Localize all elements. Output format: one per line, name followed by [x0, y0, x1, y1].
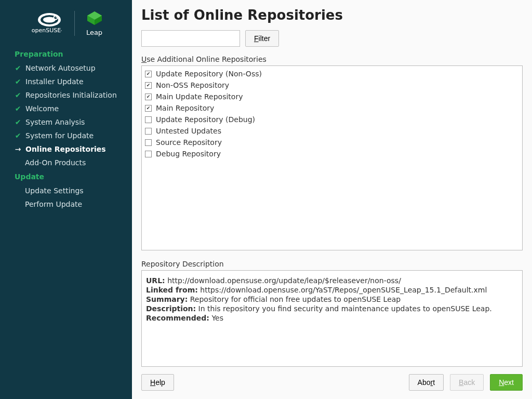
- repo-row[interactable]: Main Update Repository: [142, 91, 522, 102]
- checkbox[interactable]: [145, 71, 152, 77]
- sidebar-item-label: Update Settings: [25, 187, 84, 195]
- section-header: Preparation: [0, 47, 132, 61]
- repo-list-label: Use Additional Online Repositories: [141, 55, 523, 63]
- repo-row[interactable]: Update Repository (Debug): [142, 114, 522, 125]
- check-icon: ✔: [15, 91, 21, 99]
- repo-label: Source Repository: [156, 138, 222, 147]
- sidebar-item[interactable]: ✔Network Autosetup: [0, 61, 132, 75]
- svg-text:openSUSE: openSUSE: [31, 27, 60, 34]
- sidebar-item[interactable]: ✔System Analysis: [0, 115, 132, 129]
- repo-label: Untested Updates: [156, 126, 221, 136]
- sidebar-item-label: Add-On Products: [25, 158, 86, 167]
- checkbox[interactable]: [145, 105, 152, 112]
- sidebar-item[interactable]: Add-On Products: [0, 156, 132, 169]
- repo-label: Update Repository (Non-Oss): [156, 69, 262, 78]
- filter-input[interactable]: [141, 30, 240, 47]
- repo-label: Main Repository: [156, 103, 214, 113]
- check-icon: ✔: [15, 118, 21, 126]
- svg-point-4: [54, 16, 57, 19]
- page-title: List of Online Repositories: [141, 7, 523, 23]
- repo-row[interactable]: Source Repository: [142, 137, 522, 148]
- arrow-right-icon: →: [15, 145, 21, 153]
- description-box: URL: http://download.opensuse.org/update…: [141, 270, 523, 367]
- check-icon: ✔: [15, 77, 21, 86]
- sidebar-item[interactable]: ✔Welcome: [0, 102, 132, 115]
- repo-label: Main Update Repository: [156, 92, 243, 101]
- repo-label: Non-OSS Repository: [156, 81, 229, 90]
- repo-listbox[interactable]: Update Repository (Non-Oss)Non-OSS Repos…: [141, 65, 523, 250]
- sidebar-item[interactable]: ✔Installer Update: [0, 75, 132, 88]
- abort-button[interactable]: Abort: [409, 374, 444, 391]
- back-button[interactable]: Back: [450, 374, 484, 391]
- leap-label: Leap: [85, 29, 104, 36]
- section-header: Update: [0, 169, 132, 184]
- check-icon: ✔: [15, 64, 21, 72]
- filter-button[interactable]: Filter: [245, 30, 279, 47]
- filter-row: Filter: [141, 30, 523, 47]
- repo-label: Update Repository (Debug): [156, 115, 255, 124]
- main-panel: List of Online Repositories Filter Use A…: [132, 0, 532, 399]
- footer: Help Abort Back Next: [141, 368, 523, 391]
- sidebar-item-label: Installer Update: [25, 77, 84, 86]
- description-label: Repository Description: [141, 260, 523, 268]
- sidebar-item[interactable]: ✔Repositories Initialization: [0, 88, 132, 102]
- checkbox[interactable]: [145, 94, 152, 100]
- sidebar-item-label: System for Update: [25, 131, 94, 140]
- check-icon: ✔: [15, 131, 21, 140]
- logo-area: openSUSE Leap: [0, 6, 132, 47]
- sidebar-item-label: Online Repositories: [25, 145, 106, 153]
- next-button[interactable]: Next: [490, 374, 523, 391]
- sidebar-item[interactable]: Update Settings: [0, 184, 132, 197]
- sidebar-item-label: System Analysis: [25, 118, 85, 126]
- checkbox[interactable]: [145, 151, 152, 157]
- repo-row[interactable]: Main Repository: [142, 102, 522, 114]
- help-button[interactable]: Help: [141, 374, 174, 391]
- sidebar-item[interactable]: →Online Repositories: [0, 142, 132, 156]
- sidebar-item-label: Repositories Initialization: [25, 91, 117, 99]
- checkbox[interactable]: [145, 116, 152, 123]
- sidebar-item[interactable]: Perform Update: [0, 197, 132, 211]
- repo-row[interactable]: Debug Repository: [142, 148, 522, 159]
- opensuse-logo: openSUSE: [29, 11, 64, 36]
- checkbox[interactable]: [145, 139, 152, 146]
- sidebar-item[interactable]: ✔System for Update: [0, 129, 132, 142]
- checkbox[interactable]: [145, 82, 152, 89]
- leap-logo: Leap: [85, 10, 104, 36]
- sidebar-item-label: Perform Update: [25, 200, 82, 208]
- repo-row[interactable]: Update Repository (Non-Oss): [142, 68, 522, 79]
- sidebar-item-label: Welcome: [25, 104, 59, 113]
- sidebar: openSUSE Leap Preparation✔Network Autose…: [0, 0, 132, 399]
- repo-row[interactable]: Non-OSS Repository: [142, 79, 522, 91]
- checkbox[interactable]: [145, 128, 152, 135]
- logo-divider: [74, 11, 75, 36]
- svg-point-5: [56, 17, 57, 18]
- sidebar-item-label: Network Autosetup: [25, 64, 96, 72]
- repo-row[interactable]: Untested Updates: [142, 125, 522, 137]
- svg-point-7: [61, 30, 61, 31]
- repo-label: Debug Repository: [156, 149, 221, 158]
- check-icon: ✔: [15, 104, 21, 113]
